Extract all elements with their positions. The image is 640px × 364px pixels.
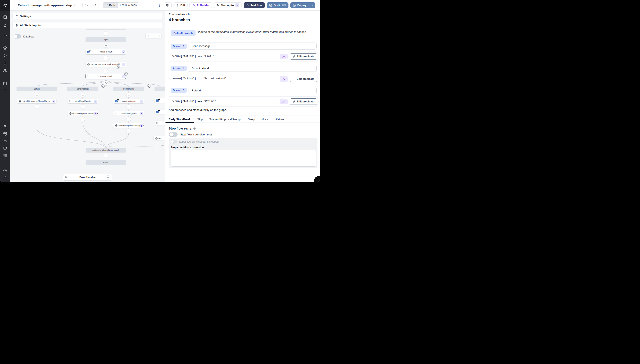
remove-node-button[interactable] [147,84,150,88]
ai-builder-button[interactable]: AI Builder [190,2,212,8]
branch-summary-input[interactable] [188,42,316,50]
info-icon[interactable] [193,127,196,130]
topbar: Refund manager with approval step Path u… [10,0,320,10]
insert-step-button[interactable] [81,104,85,109]
zoom-out-button[interactable] [151,34,156,38]
graph-node-c3s1[interactable]: TSUpdate databaseh [114,99,144,103]
graph-node-c4s4[interactable]: Sen [154,136,165,140]
test-flow-button[interactable]: Test flow [244,2,265,8]
path-button[interactable]: Path [103,2,118,8]
deploy-button[interactable]: Deploy [290,2,309,8]
branch-summary-input[interactable] [188,65,316,72]
graph-node-h_default[interactable]: Default [16,86,57,91]
ai-predicate-button[interactable] [280,54,288,59]
draft-button[interactable]: Draft⌘S [267,2,288,8]
all-static-inputs-bar[interactable]: All Static Inputs [12,22,163,28]
graph-node-collect[interactable]: Collect result from chosen branch [86,148,126,152]
graph-node-c4s3[interactable] [154,121,165,125]
insert-step-button[interactable] [104,32,108,36]
graph-node-c3s3[interactable]: Send Message to Channel (slack)j [114,124,144,128]
logs-icon[interactable] [2,153,8,158]
tab-early-stop-break[interactable]: Early Stop/Break [166,116,194,123]
stop-flow-toggle[interactable] [169,132,178,137]
tab-lifetime[interactable]: Lifetime [271,116,288,123]
diff-button[interactable]: Diff [174,2,188,8]
home-icon[interactable] [2,45,8,50]
stop-condition-input[interactable] [170,150,316,166]
redo-button[interactable] [90,2,98,8]
add-icon[interactable] [2,88,8,92]
schedules-icon[interactable] [2,81,8,86]
fit-view-button[interactable] [156,34,162,38]
runs-icon[interactable] [2,53,8,58]
ai-predicate-button[interactable] [280,76,288,82]
users-icon[interactable] [2,124,8,129]
deploy-options-button[interactable] [309,2,315,8]
graph-node-h_partial[interactable] [154,86,165,91]
favorites-icon[interactable] [2,23,8,28]
graph-node-parses[interactable]: TSParses to JSONa [86,49,126,54]
graph-node-c3s2[interactable]: Send Email (gmail)i [114,111,144,116]
graph-node-error_handler[interactable]: Error Handler [63,174,112,180]
insert-step-button[interactable] [126,104,131,109]
branch-add-icon [105,82,108,84]
tab-skip[interactable]: Skip [194,116,206,123]
tab-suspend-approval-prompt[interactable]: Suspend/Approval/Prompt [206,116,244,123]
windmill-logo[interactable] [0,0,10,10]
flow-settings-bar[interactable]: Settings [12,13,163,19]
edit-predicate-button[interactable]: Edit predicate [290,76,317,82]
insert-step-button[interactable] [104,43,108,48]
graph-node-run_one_branch[interactable]: Run one branchc [86,74,126,79]
graph-node-c2s2[interactable]: Send Message to Channel (slack)i [68,111,98,116]
undo-button[interactable] [82,2,90,8]
graph-node-c4s2[interactable]: TS [154,110,165,114]
tab-mock[interactable]: Mock [258,116,271,123]
insert-step-button[interactable] [35,104,39,109]
workers-icon[interactable] [2,138,8,144]
dataflow-toggle[interactable] [14,34,21,38]
variables-icon[interactable] [2,60,8,66]
insert-step-button[interactable] [126,129,131,133]
help-icon[interactable] [2,168,8,173]
folders-icon[interactable] [2,146,8,151]
ai-predicate-button[interactable] [280,99,288,104]
insert-step-button[interactable] [126,93,131,97]
insert-step-button[interactable] [81,93,85,97]
branch-summary-input[interactable] [188,87,316,94]
settings-icon[interactable] [2,131,8,136]
graph-node-branch_add[interactable] [104,81,108,85]
flow-title[interactable]: Refund manager with approval step [18,4,72,7]
tab-sleep[interactable]: Sleep [245,116,258,123]
search-icon[interactable] [2,32,8,37]
insert-step-button[interactable] [104,154,108,158]
graph-node-h_send[interactable]: Send message [67,86,98,91]
add-error-handler-button[interactable] [106,176,110,180]
remove-node-button[interactable] [124,72,128,76]
graph-node-c4s1[interactable]: TS [154,98,165,103]
edit-predicate-button[interactable]: Edit predicate [290,53,317,60]
collapse-icon[interactable] [2,174,8,180]
edit-predicate-button[interactable]: Edit predicate [290,98,317,105]
graph-node-result[interactable]: Result [86,160,126,165]
graph-node-slack_approval[interactable]: Request Interactive Slack Approval (...p [86,62,126,67]
label-skipped-toggle[interactable] [170,140,177,144]
path-value[interactable]: u/alex/docs [118,2,139,8]
zoom-in-button[interactable] [146,34,151,38]
graph-node-input[interactable]: Input [86,37,126,42]
insert-step-button[interactable] [104,56,108,60]
edit-title-icon[interactable] [73,4,76,6]
workspace-icon[interactable] [2,14,8,20]
insert-step-button[interactable] [81,117,85,121]
test-up-to-button[interactable]: Test up toc [214,2,242,8]
graph-node-h_refundno[interactable]: Do not refund [114,86,144,91]
docs-button[interactable] [164,2,172,8]
insert-step-button[interactable] [35,93,39,97]
remove-node-button[interactable] [101,84,104,88]
more-menu-icon[interactable]: ⋮ [157,4,162,7]
insert-step-button[interactable] [104,69,108,73]
resources-icon[interactable] [2,68,8,74]
graph-node-c2s1[interactable]: Send Email (gmail)o [68,99,98,103]
branch-chip: Branch 3 [170,88,187,93]
graph-node-c1s1[interactable]: Send Message to Channel (slack)n [17,99,56,103]
insert-step-button[interactable] [126,117,131,121]
